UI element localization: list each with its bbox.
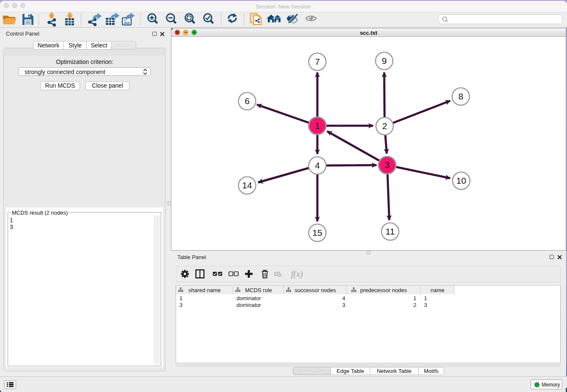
svg-text:4: 4 — [315, 160, 320, 170]
svg-text:9: 9 — [382, 56, 387, 66]
svg-text:10: 10 — [456, 176, 466, 185]
svg-text:14: 14 — [242, 180, 252, 190]
svg-text:7: 7 — [315, 57, 320, 66]
svg-text:6: 6 — [245, 96, 250, 106]
svg-text:11: 11 — [385, 226, 395, 236]
svg-text:1: 1 — [315, 121, 320, 130]
svg-text:3: 3 — [385, 160, 390, 170]
svg-text:2: 2 — [382, 121, 387, 131]
svg-text:f(x): f(x) — [291, 269, 303, 279]
svg-text:15: 15 — [312, 228, 322, 237]
svg-text:8: 8 — [458, 91, 463, 101]
